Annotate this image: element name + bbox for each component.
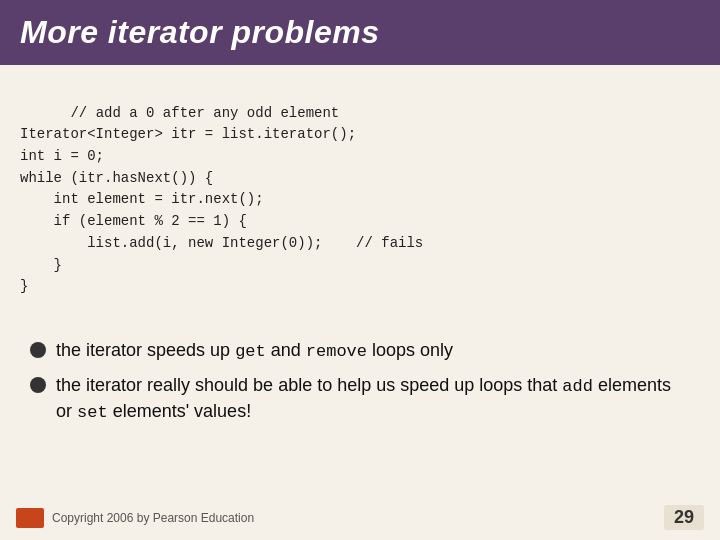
slide-content: // add a 0 after any odd element Iterato… <box>0 81 720 425</box>
bullet-2-text-after: elements' values! <box>108 401 252 421</box>
slide: More iterator problems // add a 0 after … <box>0 0 720 540</box>
bullet-1-text-after: loops only <box>367 340 453 360</box>
bullet-1-text-before: the iterator speeds up <box>56 340 235 360</box>
bullet-1-code2: remove <box>306 342 367 361</box>
bullet-2-code2: set <box>77 403 108 422</box>
bullet-2-text-before: the iterator really should be able to he… <box>56 375 562 395</box>
bullet-1-text-middle: and <box>266 340 306 360</box>
bullet-dot-1 <box>30 342 46 358</box>
bullet-item-1: the iterator speeds up get and remove lo… <box>30 338 690 364</box>
code-line-6: if (element % 2 == 1) { <box>20 213 247 229</box>
bullet-2-code1: add <box>562 377 593 396</box>
bullet-points: the iterator speeds up get and remove lo… <box>20 338 700 425</box>
bullet-text-2: the iterator really should be able to he… <box>56 373 690 425</box>
code-line-2: Iterator<Integer> itr = list.iterator(); <box>20 126 356 142</box>
bullet-1-code1: get <box>235 342 266 361</box>
code-line-8: } <box>20 257 62 273</box>
code-line-1: // add a 0 after any odd element <box>70 105 339 121</box>
pearson-logo-icon <box>16 508 44 528</box>
slide-title: More iterator problems <box>20 14 700 51</box>
bullet-item-2: the iterator really should be able to he… <box>30 373 690 425</box>
footer-page-number: 29 <box>664 505 704 530</box>
code-line-7: list.add(i, new Integer(0)); // fails <box>20 235 423 251</box>
code-line-4: while (itr.hasNext()) { <box>20 170 213 186</box>
code-line-5: int element = itr.next(); <box>20 191 264 207</box>
footer-left: Copyright 2006 by Pearson Education <box>16 508 254 528</box>
footer-copyright: Copyright 2006 by Pearson Education <box>52 511 254 525</box>
bullet-dot-2 <box>30 377 46 393</box>
code-line-3: int i = 0; <box>20 148 104 164</box>
code-block: // add a 0 after any odd element Iterato… <box>20 81 700 320</box>
footer-logo <box>16 508 44 528</box>
bullet-text-1: the iterator speeds up get and remove lo… <box>56 338 690 364</box>
footer: Copyright 2006 by Pearson Education 29 <box>0 505 720 530</box>
code-line-9: } <box>20 278 28 294</box>
title-bar: More iterator problems <box>0 0 720 65</box>
